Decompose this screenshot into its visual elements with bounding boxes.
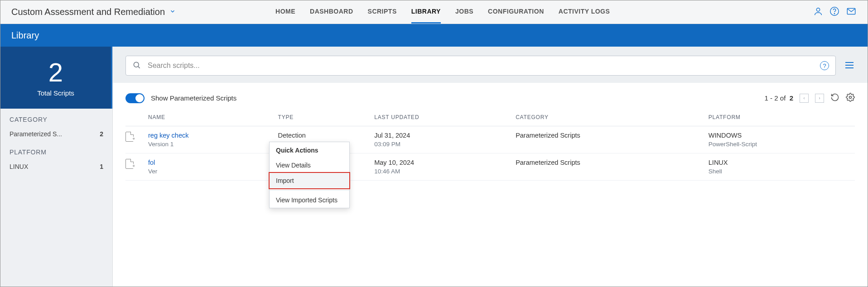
toolbar-row: Show Parameterized Scripts 1 - 2 of 2 bbox=[125, 90, 855, 110]
content-panel: Show Parameterized Scripts 1 - 2 of 2 bbox=[113, 83, 868, 287]
col-last-updated[interactable]: LAST UPDATED bbox=[370, 110, 511, 126]
sidebar-section-platform: PLATFORM bbox=[0, 141, 112, 159]
hamburger-icon[interactable] bbox=[844, 60, 855, 72]
nav-tab-library[interactable]: LIBRARY bbox=[411, 0, 441, 24]
nav-tab-scripts[interactable]: SCRIPTS bbox=[368, 0, 397, 24]
parameterized-toggle[interactable] bbox=[125, 93, 145, 103]
sidebar-item-count: 2 bbox=[100, 130, 103, 138]
nav-tab-dashboard[interactable]: DASHBOARD bbox=[310, 0, 353, 24]
col-category[interactable]: CATEGORY bbox=[511, 110, 704, 126]
script-platform-sub: Shell bbox=[709, 168, 850, 175]
search-row: ? bbox=[113, 47, 868, 83]
nav-tab-jobs[interactable]: JOBS bbox=[455, 0, 473, 24]
table-row[interactable]: reg key check Version 1 Detection Jul 31… bbox=[125, 126, 855, 153]
svg-line-5 bbox=[138, 66, 140, 68]
search-help-icon[interactable]: ? bbox=[820, 61, 829, 70]
sidebar-item-label: LINUX bbox=[10, 163, 28, 170]
file-icon bbox=[125, 159, 134, 169]
nav-tab-activity-logs[interactable]: ACTIVITY LOGS bbox=[559, 0, 610, 24]
total-scripts-label: Total Scripts bbox=[0, 89, 111, 97]
scripts-table: NAME TYPE LAST UPDATED CATEGORY PLATFORM… bbox=[125, 110, 855, 181]
script-time: 10:46 AM bbox=[374, 168, 506, 175]
page-header: Library bbox=[0, 24, 868, 47]
script-version: Version 1 bbox=[148, 141, 269, 148]
chevron-down-icon[interactable] bbox=[169, 8, 176, 16]
mail-icon[interactable] bbox=[846, 6, 857, 18]
sidebar-hero[interactable]: 2 Total Scripts bbox=[0, 47, 112, 109]
script-date: Jul 31, 2024 bbox=[374, 132, 506, 139]
script-platform: WINDOWS bbox=[709, 132, 850, 139]
sidebar: 2 Total Scripts CATEGORY Parameterized S… bbox=[0, 47, 113, 287]
paging-total: 2 bbox=[790, 94, 793, 102]
script-name[interactable]: reg key check bbox=[148, 132, 269, 139]
help-icon[interactable] bbox=[829, 6, 839, 18]
menu-item-view-imported[interactable]: View Imported Scripts bbox=[270, 192, 349, 208]
search-input[interactable] bbox=[147, 61, 815, 70]
script-category: Parameterized Scripts bbox=[511, 126, 704, 153]
prev-page-button[interactable] bbox=[800, 94, 809, 103]
nav-tabs: HOME DASHBOARD SCRIPTS LIBRARY JOBS CONF… bbox=[275, 0, 610, 24]
menu-item-import[interactable]: Import bbox=[269, 172, 350, 189]
table-row[interactable]: fol Ver Detection May 10, 2024 10:46 AM … bbox=[125, 153, 855, 181]
col-platform[interactable]: PLATFORM bbox=[704, 110, 855, 126]
sidebar-item-linux[interactable]: LINUX 1 bbox=[0, 159, 112, 174]
sidebar-section-category: CATEGORY bbox=[0, 109, 112, 127]
svg-point-0 bbox=[816, 8, 820, 11]
app-title[interactable]: Custom Assessment and Remediation bbox=[11, 7, 176, 17]
sidebar-item-parameterized[interactable]: Parameterized S... 2 bbox=[0, 127, 112, 141]
toggle-label: Show Parameterized Scripts bbox=[151, 94, 236, 102]
toggle-wrap: Show Parameterized Scripts bbox=[125, 93, 236, 103]
total-scripts-count: 2 bbox=[0, 59, 111, 86]
nav-tab-home[interactable]: HOME bbox=[275, 0, 295, 24]
file-icon bbox=[125, 132, 134, 142]
script-time: 03:09 PM bbox=[374, 141, 506, 148]
svg-point-2 bbox=[834, 13, 834, 14]
nav-tab-configuration[interactable]: CONFIGURATION bbox=[488, 0, 544, 24]
popup-divider bbox=[270, 190, 349, 191]
script-platform: LINUX bbox=[709, 159, 850, 166]
col-name[interactable]: NAME bbox=[144, 110, 274, 126]
svg-point-4 bbox=[134, 62, 139, 67]
app-title-text: Custom Assessment and Remediation bbox=[11, 7, 165, 17]
menu-item-view-details[interactable]: View Details bbox=[270, 158, 349, 173]
script-name[interactable]: fol bbox=[148, 159, 269, 166]
next-page-button[interactable] bbox=[815, 94, 824, 103]
quick-actions-menu: Quick Actions View Details Import View I… bbox=[269, 142, 350, 208]
col-type[interactable]: TYPE bbox=[274, 110, 370, 126]
sidebar-item-label: Parameterized S... bbox=[10, 130, 62, 138]
script-category: Parameterized Scripts bbox=[511, 153, 704, 181]
search-box[interactable]: ? bbox=[125, 56, 836, 76]
main: ? Show Parameterized Scripts 1 - 2 of 2 bbox=[113, 47, 868, 287]
topbar-right-icons bbox=[813, 6, 857, 18]
user-icon[interactable] bbox=[813, 6, 823, 18]
refresh-icon[interactable] bbox=[830, 93, 839, 103]
search-icon bbox=[132, 61, 141, 71]
script-date: May 10, 2024 bbox=[374, 159, 506, 166]
body-area: 2 Total Scripts CATEGORY Parameterized S… bbox=[0, 47, 868, 287]
script-version: Ver bbox=[148, 168, 269, 175]
paging-range: 1 - 2 of bbox=[765, 94, 786, 102]
topbar: Custom Assessment and Remediation HOME D… bbox=[0, 0, 868, 24]
page-title: Library bbox=[11, 30, 39, 41]
svg-point-9 bbox=[849, 96, 852, 99]
popup-title: Quick Actions bbox=[270, 142, 349, 158]
pager-block: 1 - 2 of 2 bbox=[765, 93, 855, 103]
gear-icon[interactable] bbox=[846, 93, 855, 103]
script-platform-sub: PowerShell-Script bbox=[709, 141, 850, 148]
sidebar-item-count: 1 bbox=[100, 163, 103, 170]
